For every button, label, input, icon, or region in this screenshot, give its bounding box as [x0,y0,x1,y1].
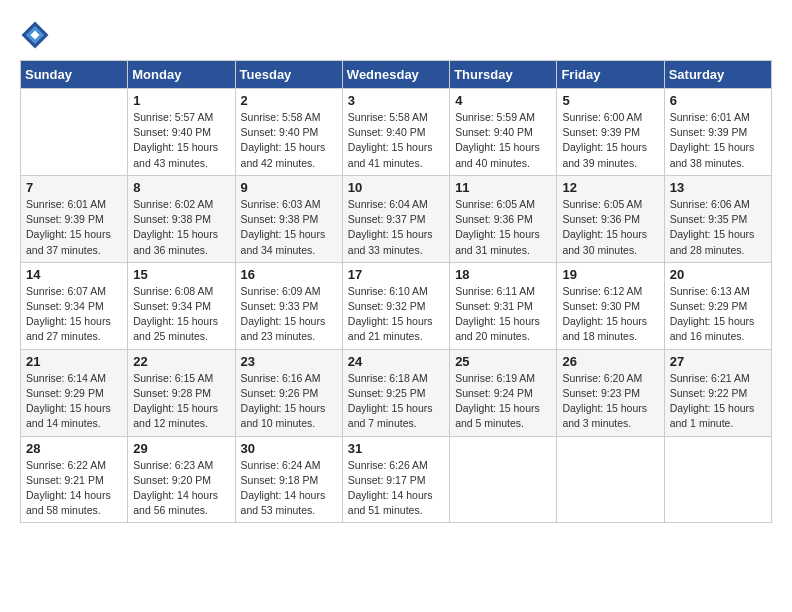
day-number: 21 [26,354,122,369]
weekday-header: Tuesday [235,61,342,89]
day-info: Sunrise: 6:20 AM Sunset: 9:23 PM Dayligh… [562,371,658,432]
weekday-header: Friday [557,61,664,89]
day-info: Sunrise: 6:02 AM Sunset: 9:38 PM Dayligh… [133,197,229,258]
calendar-cell [664,436,771,523]
day-number: 10 [348,180,444,195]
calendar-cell: 29Sunrise: 6:23 AM Sunset: 9:20 PM Dayli… [128,436,235,523]
day-number: 15 [133,267,229,282]
calendar-cell: 10Sunrise: 6:04 AM Sunset: 9:37 PM Dayli… [342,175,449,262]
day-number: 28 [26,441,122,456]
calendar-table: SundayMondayTuesdayWednesdayThursdayFrid… [20,60,772,523]
day-info: Sunrise: 6:00 AM Sunset: 9:39 PM Dayligh… [562,110,658,171]
weekday-header: Saturday [664,61,771,89]
calendar-cell: 7Sunrise: 6:01 AM Sunset: 9:39 PM Daylig… [21,175,128,262]
calendar-cell: 6Sunrise: 6:01 AM Sunset: 9:39 PM Daylig… [664,89,771,176]
day-info: Sunrise: 6:11 AM Sunset: 9:31 PM Dayligh… [455,284,551,345]
calendar-cell: 14Sunrise: 6:07 AM Sunset: 9:34 PM Dayli… [21,262,128,349]
day-number: 24 [348,354,444,369]
day-number: 19 [562,267,658,282]
day-info: Sunrise: 6:01 AM Sunset: 9:39 PM Dayligh… [26,197,122,258]
day-number: 22 [133,354,229,369]
calendar-cell: 19Sunrise: 6:12 AM Sunset: 9:30 PM Dayli… [557,262,664,349]
calendar-cell: 18Sunrise: 6:11 AM Sunset: 9:31 PM Dayli… [450,262,557,349]
weekday-header: Wednesday [342,61,449,89]
calendar-cell: 30Sunrise: 6:24 AM Sunset: 9:18 PM Dayli… [235,436,342,523]
calendar-week-row: 28Sunrise: 6:22 AM Sunset: 9:21 PM Dayli… [21,436,772,523]
calendar-cell: 16Sunrise: 6:09 AM Sunset: 9:33 PM Dayli… [235,262,342,349]
day-info: Sunrise: 5:59 AM Sunset: 9:40 PM Dayligh… [455,110,551,171]
day-info: Sunrise: 6:19 AM Sunset: 9:24 PM Dayligh… [455,371,551,432]
page-header [20,20,772,50]
day-info: Sunrise: 6:09 AM Sunset: 9:33 PM Dayligh… [241,284,337,345]
calendar-cell: 8Sunrise: 6:02 AM Sunset: 9:38 PM Daylig… [128,175,235,262]
calendar-cell: 20Sunrise: 6:13 AM Sunset: 9:29 PM Dayli… [664,262,771,349]
calendar-cell: 21Sunrise: 6:14 AM Sunset: 9:29 PM Dayli… [21,349,128,436]
calendar-cell: 23Sunrise: 6:16 AM Sunset: 9:26 PM Dayli… [235,349,342,436]
day-info: Sunrise: 6:14 AM Sunset: 9:29 PM Dayligh… [26,371,122,432]
day-number: 9 [241,180,337,195]
day-number: 6 [670,93,766,108]
calendar-cell: 27Sunrise: 6:21 AM Sunset: 9:22 PM Dayli… [664,349,771,436]
day-info: Sunrise: 6:22 AM Sunset: 9:21 PM Dayligh… [26,458,122,519]
calendar-cell: 28Sunrise: 6:22 AM Sunset: 9:21 PM Dayli… [21,436,128,523]
weekday-header: Sunday [21,61,128,89]
logo-icon [20,20,50,50]
day-number: 16 [241,267,337,282]
day-info: Sunrise: 6:16 AM Sunset: 9:26 PM Dayligh… [241,371,337,432]
calendar-week-row: 1Sunrise: 5:57 AM Sunset: 9:40 PM Daylig… [21,89,772,176]
calendar-cell: 24Sunrise: 6:18 AM Sunset: 9:25 PM Dayli… [342,349,449,436]
calendar-cell: 11Sunrise: 6:05 AM Sunset: 9:36 PM Dayli… [450,175,557,262]
calendar-cell: 12Sunrise: 6:05 AM Sunset: 9:36 PM Dayli… [557,175,664,262]
day-info: Sunrise: 6:18 AM Sunset: 9:25 PM Dayligh… [348,371,444,432]
day-number: 27 [670,354,766,369]
calendar-cell [21,89,128,176]
day-info: Sunrise: 6:05 AM Sunset: 9:36 PM Dayligh… [455,197,551,258]
calendar-cell [557,436,664,523]
day-number: 8 [133,180,229,195]
day-info: Sunrise: 6:04 AM Sunset: 9:37 PM Dayligh… [348,197,444,258]
day-number: 11 [455,180,551,195]
day-info: Sunrise: 5:58 AM Sunset: 9:40 PM Dayligh… [348,110,444,171]
day-number: 12 [562,180,658,195]
day-number: 14 [26,267,122,282]
calendar-week-row: 21Sunrise: 6:14 AM Sunset: 9:29 PM Dayli… [21,349,772,436]
day-number: 31 [348,441,444,456]
day-info: Sunrise: 6:24 AM Sunset: 9:18 PM Dayligh… [241,458,337,519]
day-info: Sunrise: 6:03 AM Sunset: 9:38 PM Dayligh… [241,197,337,258]
logo [20,20,54,50]
day-info: Sunrise: 6:01 AM Sunset: 9:39 PM Dayligh… [670,110,766,171]
day-info: Sunrise: 6:21 AM Sunset: 9:22 PM Dayligh… [670,371,766,432]
day-number: 1 [133,93,229,108]
day-info: Sunrise: 6:23 AM Sunset: 9:20 PM Dayligh… [133,458,229,519]
day-number: 13 [670,180,766,195]
calendar-cell: 4Sunrise: 5:59 AM Sunset: 9:40 PM Daylig… [450,89,557,176]
calendar-cell: 31Sunrise: 6:26 AM Sunset: 9:17 PM Dayli… [342,436,449,523]
day-number: 18 [455,267,551,282]
calendar-cell: 1Sunrise: 5:57 AM Sunset: 9:40 PM Daylig… [128,89,235,176]
calendar-week-row: 7Sunrise: 6:01 AM Sunset: 9:39 PM Daylig… [21,175,772,262]
day-number: 7 [26,180,122,195]
day-number: 3 [348,93,444,108]
calendar-cell: 26Sunrise: 6:20 AM Sunset: 9:23 PM Dayli… [557,349,664,436]
calendar-cell: 13Sunrise: 6:06 AM Sunset: 9:35 PM Dayli… [664,175,771,262]
day-info: Sunrise: 6:12 AM Sunset: 9:30 PM Dayligh… [562,284,658,345]
day-info: Sunrise: 6:08 AM Sunset: 9:34 PM Dayligh… [133,284,229,345]
calendar-cell: 25Sunrise: 6:19 AM Sunset: 9:24 PM Dayli… [450,349,557,436]
calendar-week-row: 14Sunrise: 6:07 AM Sunset: 9:34 PM Dayli… [21,262,772,349]
day-number: 5 [562,93,658,108]
day-number: 17 [348,267,444,282]
calendar-cell: 17Sunrise: 6:10 AM Sunset: 9:32 PM Dayli… [342,262,449,349]
day-number: 30 [241,441,337,456]
day-number: 4 [455,93,551,108]
day-info: Sunrise: 5:57 AM Sunset: 9:40 PM Dayligh… [133,110,229,171]
calendar-cell: 9Sunrise: 6:03 AM Sunset: 9:38 PM Daylig… [235,175,342,262]
calendar-cell: 3Sunrise: 5:58 AM Sunset: 9:40 PM Daylig… [342,89,449,176]
day-number: 26 [562,354,658,369]
weekday-header: Thursday [450,61,557,89]
day-info: Sunrise: 5:58 AM Sunset: 9:40 PM Dayligh… [241,110,337,171]
day-info: Sunrise: 6:10 AM Sunset: 9:32 PM Dayligh… [348,284,444,345]
day-info: Sunrise: 6:05 AM Sunset: 9:36 PM Dayligh… [562,197,658,258]
day-info: Sunrise: 6:13 AM Sunset: 9:29 PM Dayligh… [670,284,766,345]
day-info: Sunrise: 6:06 AM Sunset: 9:35 PM Dayligh… [670,197,766,258]
calendar-cell: 5Sunrise: 6:00 AM Sunset: 9:39 PM Daylig… [557,89,664,176]
